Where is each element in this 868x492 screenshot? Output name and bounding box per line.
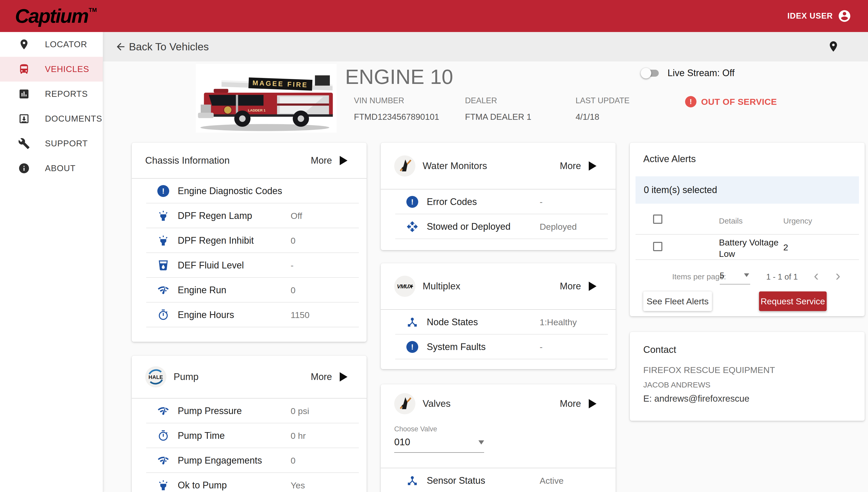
- arrow-right-icon: [589, 399, 596, 408]
- flashlight-icon: [157, 479, 169, 491]
- node-icon: [406, 316, 418, 328]
- water-monitors-more-button[interactable]: More: [560, 161, 596, 171]
- chevron-down-icon: [478, 440, 484, 444]
- map-location-icon[interactable]: [827, 40, 840, 53]
- alert-circle-icon: !: [157, 185, 169, 197]
- sidebar-item-about[interactable]: ABOUT: [0, 156, 103, 181]
- status-badge: OUT OF SERVICE: [701, 97, 777, 107]
- card-title: Chassis Information: [145, 155, 230, 166]
- choose-valve-block: Choose Valve 010: [381, 423, 616, 453]
- signal-icon: [157, 284, 169, 296]
- alert-circle-icon: !: [406, 196, 418, 208]
- metric-row: Pump Pressure 0 psi: [132, 398, 367, 423]
- column-header-urgency: Urgency: [783, 217, 812, 225]
- live-stream-label: Live Stream: Off: [667, 68, 734, 78]
- alert-urgency: 2: [783, 242, 788, 252]
- dealer-value: FTMA DEALER 1: [465, 112, 532, 122]
- select-all-checkbox[interactable]: [653, 215, 662, 224]
- valves-more-button[interactable]: More: [560, 398, 596, 409]
- vehicle-photo: MAGEE FIRE LADDER 1: [196, 64, 336, 133]
- timer-icon: [157, 430, 169, 442]
- metric-row: Stowed or Deployed Deployed: [381, 214, 616, 239]
- vmux-logo: VMUX: [394, 276, 415, 297]
- sidebar-item-label: SUPPORT: [45, 139, 88, 148]
- request-service-button[interactable]: Request Service: [759, 291, 827, 311]
- card-title: Water Monitors: [423, 161, 487, 171]
- card-header: Water Monitors More: [381, 143, 616, 189]
- card-header: VMUX Multiplex More: [381, 263, 616, 309]
- back-to-vehicles-button[interactable]: Back To Vehicles: [115, 32, 209, 62]
- row-checkbox[interactable]: [653, 242, 662, 251]
- choose-valve-label: Choose Valve: [394, 425, 616, 433]
- items-per-page-select[interactable]: 5: [720, 271, 750, 285]
- dealer-field: DEALER FTMA DEALER 1: [465, 96, 532, 122]
- vin-field: VIN NUMBER FTMD1234567890101: [354, 96, 439, 122]
- valve-select[interactable]: 010: [394, 437, 484, 453]
- wrench-icon: [18, 138, 30, 149]
- app-header: Captium TM IDEX USER: [0, 0, 868, 32]
- live-stream-toggle[interactable]: Live Stream: Off: [642, 68, 734, 78]
- user-avatar-icon: [838, 9, 851, 23]
- toggle-knob: [641, 68, 651, 78]
- next-page-button[interactable]: ›: [836, 267, 840, 284]
- contact-company: FIREFOX RESCUE EQUIPMENT: [643, 365, 775, 375]
- user-menu[interactable]: IDEX USER: [788, 9, 851, 23]
- last-update-field: LAST UPDATE 4/1/18: [576, 96, 630, 122]
- metric-row: DPF Regen Lamp Off: [132, 203, 367, 228]
- fluid-level-icon: [157, 260, 169, 271]
- chassis-more-button[interactable]: More: [311, 155, 348, 166]
- back-label: Back To Vehicles: [129, 41, 209, 53]
- chassis-information-card: Chassis Information More ! Engine Diagno…: [132, 143, 367, 342]
- sidebar-item-label: DOCUMENTS: [45, 114, 102, 124]
- signal-icon: [157, 454, 169, 466]
- alert-row[interactable]: Battery Voltage Low 2: [630, 235, 865, 260]
- warning-circle-icon: !: [685, 96, 697, 107]
- metric-row: ! System Faults -: [381, 335, 616, 359]
- move-icon: [406, 221, 418, 232]
- flashlight-icon: [157, 210, 169, 222]
- card-header: Chassis Information More: [132, 143, 367, 178]
- card-title: Multiplex: [423, 281, 460, 292]
- metric-row: DEF Fluid Level -: [132, 253, 367, 278]
- sidebar-item-documents[interactable]: DOCUMENTS: [0, 106, 103, 131]
- sidebar-item-vehicles[interactable]: VEHICLES: [0, 57, 103, 81]
- pump-card: HALE Pump More Pump Pressure 0 psi Pump …: [132, 356, 367, 492]
- last-update-label: LAST UPDATE: [576, 96, 630, 105]
- valve-select-value: 010: [394, 437, 410, 447]
- bar-chart-icon: [18, 88, 30, 100]
- sidebar-item-locator[interactable]: LOCATOR: [0, 32, 103, 57]
- svg-text:HALE: HALE: [148, 374, 163, 380]
- sidebar-item-support[interactable]: SUPPORT: [0, 131, 103, 156]
- water-monitors-card: Water Monitors More ! Error Codes - Stow…: [381, 143, 616, 250]
- contact-email[interactable]: E: andrews@firefoxrescue: [643, 393, 749, 404]
- items-per-page-label: Items per page:: [672, 272, 726, 281]
- metric-row: ! Engine Diagnostic Codes: [132, 179, 367, 203]
- arrow-right-icon: [589, 281, 596, 291]
- card-title: Pump: [173, 371, 199, 382]
- contact-card: Contact FIREFOX RESCUE EQUIPMENT JACOB A…: [630, 332, 865, 421]
- sidebar-item-label: VEHICLES: [45, 64, 89, 74]
- metric-row: Ok to Pump Yes: [132, 473, 367, 492]
- items-per-page-value: 5: [720, 271, 724, 280]
- pump-more-button[interactable]: More: [311, 371, 348, 382]
- document-download-icon: [18, 113, 30, 125]
- previous-page-button[interactable]: ‹: [814, 267, 819, 284]
- node-icon: [406, 475, 418, 487]
- metric-row: Pump Time 0 hr: [132, 423, 367, 448]
- multiplex-more-button[interactable]: More: [560, 281, 596, 292]
- metric-row: Node States 1:Healthy: [381, 310, 616, 335]
- sidebar-item-label: REPORTS: [45, 89, 88, 99]
- arrow-right-icon: [340, 372, 348, 382]
- sidebar-item-reports[interactable]: REPORTS: [0, 81, 103, 106]
- alerts-table-header: Details Urgency: [630, 207, 865, 234]
- chevron-down-icon: [744, 273, 749, 277]
- column-header-details: Details: [719, 217, 743, 225]
- see-fleet-alerts-button[interactable]: See Fleet Alerts: [643, 291, 712, 311]
- arrow-right-icon: [589, 161, 596, 171]
- toggle-switch[interactable]: [642, 70, 659, 77]
- metric-row: Engine Hours 1150: [132, 302, 367, 327]
- card-header: Valves More: [381, 384, 616, 423]
- selected-count: 0 item(s) selected: [644, 184, 717, 195]
- dealer-label: DEALER: [465, 96, 532, 105]
- captium-logo[interactable]: Captium TM: [15, 0, 97, 32]
